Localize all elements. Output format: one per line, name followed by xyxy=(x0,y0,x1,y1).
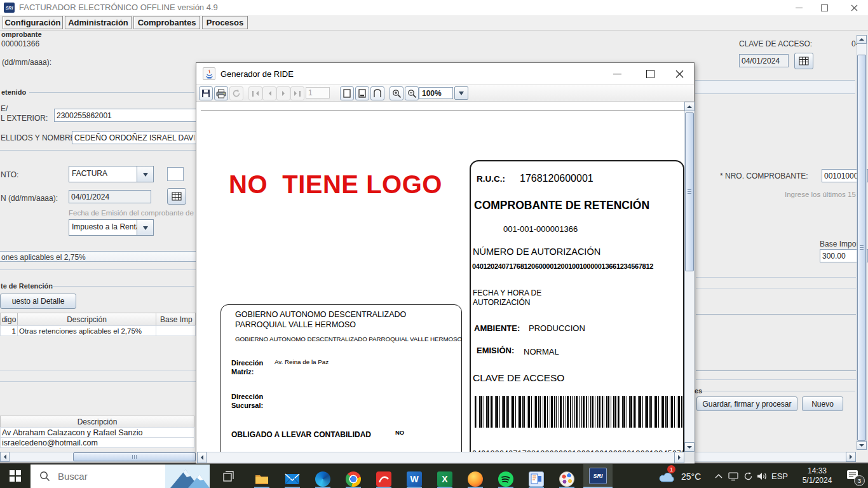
zoom-in-button[interactable] xyxy=(390,86,403,100)
impuesto-combo[interactable]: Impuesto a la Renta xyxy=(69,219,154,236)
dialog-close-button[interactable] xyxy=(665,63,693,85)
tray-expand-button[interactable] xyxy=(712,469,726,483)
taskbar-icon-paint[interactable] xyxy=(559,471,574,487)
guardar-firmar-button[interactable]: Guardar, firmar y procesar xyxy=(696,396,797,411)
fecha-emision-field[interactable] xyxy=(69,190,151,203)
main-hscrollbar[interactable] xyxy=(695,452,856,462)
weather-tray-button[interactable]: 1 xyxy=(658,466,679,485)
taskbar-icon-pdf[interactable] xyxy=(376,471,391,487)
fit-width-view-button[interactable] xyxy=(370,86,384,100)
dialog-vscroll-up-button[interactable] xyxy=(684,102,695,111)
folder-icon xyxy=(254,471,269,487)
next-page-button[interactable] xyxy=(276,86,290,100)
info-row-direccion[interactable]: Av Abraham Calazacon y Rafael Sanzio xyxy=(0,427,194,438)
taskbar-icon-reader[interactable] xyxy=(529,471,544,487)
reader-icon xyxy=(529,471,544,487)
taskbar-icon-spotify[interactable] xyxy=(498,471,513,487)
search-box[interactable] xyxy=(31,464,210,488)
speaker-icon xyxy=(757,471,768,481)
firefox-icon xyxy=(468,471,483,487)
main-restore-button[interactable] xyxy=(813,0,835,15)
dialog-vscroll-down-button[interactable] xyxy=(684,442,695,452)
previous-page-icon xyxy=(266,91,271,96)
zoom-combo-arrow-button[interactable] xyxy=(454,86,468,100)
documento-combo[interactable]: FACTURA xyxy=(69,166,154,182)
tax-row-base[interactable] xyxy=(156,325,196,336)
save-button[interactable] xyxy=(199,86,213,100)
main-vscroll-up-button[interactable] xyxy=(857,35,867,44)
language-indicator[interactable]: ESP xyxy=(771,471,788,481)
tray-sync-button[interactable] xyxy=(741,469,755,483)
menu-administracion[interactable]: Administración xyxy=(65,16,132,29)
tray-time: 14:33 xyxy=(793,466,841,476)
main-close-button[interactable] xyxy=(841,0,867,15)
dialog-hscrollbar[interactable] xyxy=(197,452,684,463)
main-vscroll-down-button[interactable] xyxy=(857,441,867,450)
fecha-calendar-button[interactable] xyxy=(167,188,186,205)
zoom-level-field[interactable] xyxy=(419,87,453,99)
id-exterior-label-2: L EXTERIOR: xyxy=(1,114,48,123)
fecha-autorizacion-calendar-button[interactable] xyxy=(794,53,813,69)
taskbar-icon-chrome[interactable] xyxy=(346,471,361,487)
taskbar-icon-excel[interactable]: X xyxy=(437,471,452,487)
search-input[interactable] xyxy=(57,470,154,482)
info-row-email[interactable]: israelcedeno@hotmail.com xyxy=(0,437,194,448)
direccion-matriz-label: Dirección Matriz: xyxy=(231,358,276,376)
menu-comprobantes[interactable]: Comprobantes xyxy=(133,16,200,29)
last-page-button[interactable] xyxy=(290,86,304,100)
first-page-button[interactable] xyxy=(248,86,262,100)
fit-page-view-button[interactable] xyxy=(355,86,369,100)
main-hscroll-right-button[interactable] xyxy=(846,452,856,462)
documento-checkbox[interactable] xyxy=(167,167,184,181)
taskbar-icon-firefox[interactable] xyxy=(468,471,483,487)
id-exterior-field[interactable] xyxy=(54,109,197,122)
dialog-hscroll-left-button[interactable] xyxy=(197,452,207,463)
single-page-view-button[interactable] xyxy=(340,86,354,100)
tax-row-num[interactable]: 1 xyxy=(0,325,18,336)
apellidos-nombres-field[interactable] xyxy=(72,131,197,144)
documento-label: NTO: xyxy=(1,170,18,179)
tray-network-button[interactable] xyxy=(726,469,740,483)
tax-col-descripcion[interactable]: Descripción xyxy=(17,313,156,326)
dialog-titlebar[interactable]: Generador de RIDE xyxy=(196,63,694,85)
retencion-selected-row[interactable]: ones aplicables el 2,75% xyxy=(0,251,196,262)
fecha-emision-hint: Fecha de Emisión del comprobante de ve xyxy=(69,209,196,217)
nuevo-button[interactable]: Nuevo xyxy=(802,396,843,411)
tax-col-base[interactable]: Base Imp xyxy=(156,313,196,326)
taskbar-icon-word[interactable]: W xyxy=(407,471,422,487)
zoom-out-button[interactable] xyxy=(405,86,419,100)
dialog-title: Generador de RIDE xyxy=(220,69,294,79)
tax-col-codigo[interactable]: digo xyxy=(0,313,18,326)
tray-volume-button[interactable] xyxy=(755,469,769,483)
combo-arrow-button[interactable] xyxy=(137,220,153,235)
dialog-maximize-button[interactable] xyxy=(636,63,664,85)
main-vscroll-thumb[interactable] xyxy=(857,55,866,441)
previous-page-button[interactable] xyxy=(262,86,276,100)
info-col-descripcion[interactable]: Descripción xyxy=(0,416,194,428)
dialog-hscroll-right-button[interactable] xyxy=(674,452,684,463)
menu-configuracion[interactable]: Configuración xyxy=(3,16,63,29)
menu-procesos[interactable]: Procesos xyxy=(202,16,248,29)
main-minimize-button[interactable] xyxy=(788,0,810,15)
divider-line xyxy=(696,288,856,288)
taskbar-icon-mail[interactable] xyxy=(285,471,300,488)
dialog-minimize-button[interactable] xyxy=(603,63,631,85)
taskbar-icon-edge[interactable] xyxy=(315,471,330,487)
temperature-text[interactable]: 25°C xyxy=(681,471,701,482)
start-button[interactable] xyxy=(0,464,31,488)
notification-center-button[interactable]: 3 xyxy=(845,468,864,485)
dialog-vscroll-thumb[interactable] xyxy=(685,112,694,271)
taskbar-icon-sri-active[interactable]: SRI xyxy=(583,464,613,488)
left-hscroll-thumb[interactable] xyxy=(73,452,196,461)
print-button[interactable] xyxy=(214,86,228,100)
task-view-button[interactable] xyxy=(219,469,238,484)
combo-arrow-button[interactable] xyxy=(137,166,153,182)
tax-row-desc[interactable]: Otras retenciones aplicables el 2,75% xyxy=(17,325,156,336)
agregar-impuesto-button[interactable]: uesto al Detalle xyxy=(0,294,76,309)
taskbar-icon-explorer[interactable] xyxy=(254,471,269,488)
left-hscroll-left-button[interactable] xyxy=(0,452,10,462)
page-number-field[interactable] xyxy=(306,87,330,98)
fecha-autorizacion-field[interactable] xyxy=(739,54,789,67)
reload-button[interactable] xyxy=(229,86,243,100)
clock-tray-button[interactable]: 14:33 5/1/2024 xyxy=(793,466,841,485)
